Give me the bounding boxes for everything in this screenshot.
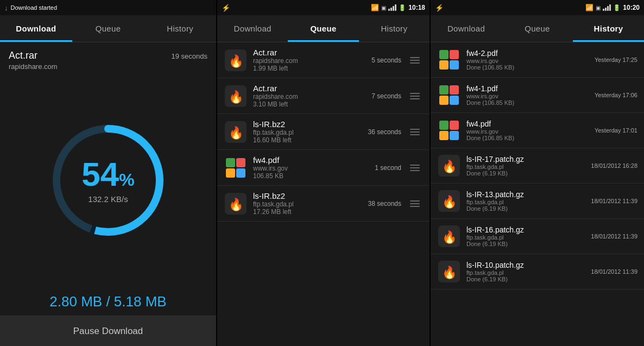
queue-item-name: fw4.pdf bbox=[253, 155, 363, 165]
history-item-icon: 🔥 bbox=[437, 224, 461, 248]
status-bar-2: ⚡ 📶 ▣ 🔋 10:18 bbox=[217, 0, 430, 15]
tab-queue-2[interactable]: Queue bbox=[288, 15, 358, 42]
queue-item-menu[interactable] bbox=[407, 127, 423, 137]
tab-download-1[interactable]: Download bbox=[0, 15, 72, 42]
history-item-time: 18/01/2012 11:39 bbox=[586, 233, 637, 240]
tab-history-1[interactable]: History bbox=[144, 15, 216, 42]
history-item-time: 18/01/2012 11:39 bbox=[586, 268, 637, 275]
svg-rect-28 bbox=[450, 121, 459, 130]
history-item[interactable]: 🔥 ls-IR-10.patch.gz ftp.task.gda.pl Done… bbox=[431, 254, 644, 290]
history-item-time: Yesterday 17:06 bbox=[586, 92, 637, 98]
time-3: 10:20 bbox=[623, 4, 640, 11]
history-item-status: Done (6.19 KB) bbox=[466, 276, 580, 282]
svg-rect-24 bbox=[439, 96, 449, 105]
queue-item-source: rapidshare.com bbox=[253, 57, 363, 65]
queue-item-menu[interactable] bbox=[407, 91, 423, 102]
queue-item-name: ls-IR.bz2 bbox=[253, 191, 363, 200]
svg-text:🔥: 🔥 bbox=[229, 197, 244, 212]
history-item-icon: 🔥 bbox=[437, 154, 461, 178]
panel-download: ↓ Download started Download Queue Histor… bbox=[0, 0, 217, 346]
pause-download-button[interactable]: Pause Download bbox=[0, 316, 216, 346]
queue-item[interactable]: fw4.pdf www.irs.gov 106.85 KB 1 second bbox=[217, 150, 430, 186]
signal-bars-3 bbox=[603, 4, 611, 11]
history-item[interactable]: 🔥 ls-IR-16.patch.gz ftp.task.gda.pl Done… bbox=[431, 219, 644, 254]
history-item[interactable]: fw4-1.pdf www.irs.gov Done (106.85 KB) Y… bbox=[431, 78, 644, 113]
history-item[interactable]: 🔥 ls-IR-17.patch.gz ftp.task.gda.pl Done… bbox=[431, 148, 644, 184]
tab-queue-3[interactable]: Queue bbox=[502, 15, 573, 42]
history-item[interactable]: 🔥 ls-IR-13.patch.gz ftp.task.gda.pl Done… bbox=[431, 184, 644, 219]
history-item-source: ftp.task.gda.pl bbox=[466, 234, 580, 241]
tab-download-2[interactable]: Download bbox=[217, 15, 288, 42]
svg-rect-23 bbox=[450, 85, 459, 95]
percent-display: 54 % bbox=[81, 158, 134, 191]
history-item-source: ftp.task.gda.pl bbox=[466, 269, 580, 276]
download-started-label: Download started bbox=[11, 4, 58, 11]
history-item-icon bbox=[437, 48, 461, 72]
svg-rect-12 bbox=[226, 168, 235, 178]
svg-rect-29 bbox=[439, 131, 449, 140]
time-remaining: 19 seconds bbox=[172, 52, 208, 60]
panel-history: ⚡ 📶 ▣ 🔋 10:20 Download Queue History bbox=[431, 0, 644, 346]
history-item[interactable]: fw4-2.pdf www.irs.gov Done (106.85 KB) Y… bbox=[431, 42, 644, 78]
queue-item[interactable]: 🔥 Act.rar rapidshare.com 1.99 MB left 5 … bbox=[217, 42, 430, 78]
history-item-icon bbox=[437, 118, 461, 142]
svg-rect-10 bbox=[226, 158, 235, 167]
queue-item-info: Act.rar rapidshare.com 3.10 MB left bbox=[253, 84, 363, 108]
queue-item-menu[interactable] bbox=[407, 162, 423, 173]
svg-rect-27 bbox=[439, 121, 449, 130]
svg-rect-18 bbox=[450, 50, 459, 59]
history-item-status: Done (106.85 KB) bbox=[466, 99, 580, 106]
queue-item-icon: 🔥 bbox=[224, 84, 248, 108]
tab-download-3[interactable]: Download bbox=[431, 15, 502, 42]
queue-item-size: 16.60 MB left bbox=[253, 136, 363, 144]
queue-item-menu[interactable] bbox=[407, 55, 423, 66]
time-2: 10:18 bbox=[408, 4, 425, 11]
queue-item-name: Act.rar bbox=[253, 48, 363, 57]
size-text: 2.80 MB / 5.18 MB bbox=[49, 293, 166, 310]
svg-text:🔥: 🔥 bbox=[229, 54, 244, 68]
tab-history-3[interactable]: History bbox=[573, 15, 644, 42]
tab-history-2[interactable]: History bbox=[359, 15, 430, 42]
history-item[interactable]: fw4.pdf www.irs.gov Done (106.85 KB) Yes… bbox=[431, 113, 644, 148]
history-item-time: Yesterday 17:01 bbox=[586, 127, 637, 134]
history-item-status: Done (106.85 KB) bbox=[466, 135, 580, 141]
queue-item-time: 7 seconds bbox=[369, 92, 401, 100]
queue-item-size: 1.99 MB left bbox=[253, 65, 363, 72]
queue-item[interactable]: 🔥 ls-IR.bz2 ftp.task.gda.pl 16.60 MB lef… bbox=[217, 114, 430, 150]
tab-bar-1: Download Queue History bbox=[0, 15, 216, 42]
usb-icon-2: ⚡ bbox=[222, 4, 230, 12]
history-item-status: Done (6.19 KB) bbox=[466, 170, 580, 177]
queue-item-name: Act.rar bbox=[253, 84, 363, 93]
queue-item-info: Act.rar rapidshare.com 1.99 MB left bbox=[253, 48, 363, 72]
status-bar-left: ↓ Download started bbox=[4, 4, 57, 12]
history-item-status: Done (6.19 KB) bbox=[466, 205, 580, 212]
queue-item[interactable]: 🔥 ls-IR.bz2 ftp.task.gda.pl 17.26 MB lef… bbox=[217, 186, 430, 222]
history-item-time: 18/01/2012 16:28 bbox=[586, 162, 637, 169]
queue-item-icon bbox=[224, 156, 248, 180]
svg-text:🔥: 🔥 bbox=[442, 230, 457, 244]
queue-item[interactable]: 🔥 Act.rar rapidshare.com 3.10 MB left 7 … bbox=[217, 78, 430, 114]
queue-item-icon: 🔥 bbox=[224, 120, 248, 144]
history-item-info: fw4.pdf www.irs.gov Done (106.85 KB) bbox=[466, 119, 580, 141]
queue-item-name: ls-IR.bz2 bbox=[253, 119, 363, 129]
history-item-source: ftp.task.gda.pl bbox=[466, 199, 580, 205]
queue-item-info: fw4.pdf www.irs.gov 106.85 KB bbox=[253, 155, 363, 180]
battery-3: 🔋 bbox=[613, 4, 621, 11]
history-item-name: fw4-1.pdf bbox=[466, 84, 580, 93]
queue-item-time: 1 second bbox=[369, 164, 401, 172]
history-list: fw4-2.pdf www.irs.gov Done (106.85 KB) Y… bbox=[431, 42, 644, 346]
sim-icon-3: ▣ bbox=[596, 5, 601, 11]
svg-rect-30 bbox=[450, 131, 459, 140]
history-item-info: ls-IR-17.patch.gz ftp.task.gda.pl Done (… bbox=[466, 155, 580, 177]
svg-rect-20 bbox=[450, 60, 459, 70]
history-item-name: ls-IR-13.patch.gz bbox=[466, 190, 580, 199]
svg-rect-11 bbox=[236, 158, 245, 167]
download-arrow-icon: ↓ bbox=[4, 4, 8, 12]
queue-item-menu[interactable] bbox=[407, 198, 423, 209]
svg-text:🔥: 🔥 bbox=[229, 90, 244, 104]
queue-item-source: www.irs.gov bbox=[253, 165, 363, 172]
history-item-status: Done (106.85 KB) bbox=[466, 64, 580, 71]
history-item-source: ftp.task.gda.pl bbox=[466, 163, 580, 170]
tab-queue-1[interactable]: Queue bbox=[72, 15, 144, 42]
download-speed: 132.2 KB/s bbox=[88, 194, 128, 204]
